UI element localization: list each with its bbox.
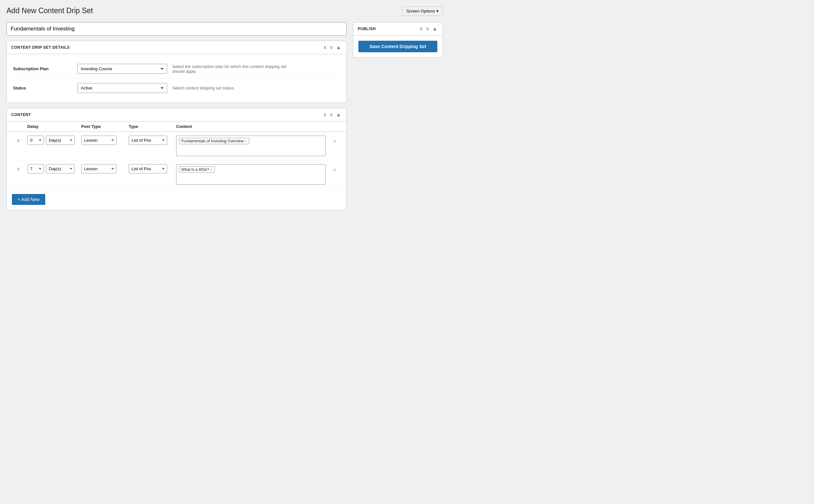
post-type-select-row1[interactable]: Lesson Module Course <box>81 136 116 145</box>
add-new-label: + Add New <box>18 197 39 202</box>
content-metabox-title: CONTENT <box>11 113 31 117</box>
content-tags-box-row1[interactable]: Fundamentals of Investing Overview × <box>176 136 326 156</box>
details-metabox-body: Subscription Plan Investing Course Basic… <box>7 54 346 103</box>
tag-remove-button-row1[interactable]: × <box>245 139 247 143</box>
content-metabox-controls: ∧ ∨ ▲ <box>323 112 342 118</box>
delay-group-row2: 0 1 2 3 7 14 30 Day(s) Week(s) Month(s) <box>27 164 79 173</box>
delay-group-row1: 0 1 2 3 7 14 30 Day(s) Week(s) Month(s) <box>27 136 79 145</box>
details-metabox-header: CONTENT DRIP SET DETAILS ∧ ∨ ▲ <box>7 41 346 54</box>
publish-body: Save Content Dripping Set <box>353 36 442 57</box>
post-type-select-row2[interactable]: Lesson Module Course <box>81 164 116 173</box>
content-collapse-toggle-button[interactable]: ▲ <box>335 112 342 118</box>
col-type-header: Type <box>129 124 173 129</box>
sidebar: PUBLISH ∧ ∨ ▲ Save Content Dripping Set <box>353 22 443 58</box>
delay-unit-select-row2[interactable]: Day(s) Week(s) Month(s) <box>46 164 75 173</box>
page-title: Add New Content Drip Set <box>6 6 93 15</box>
chevron-down-icon: ▾ <box>436 9 439 13</box>
subscription-plan-select[interactable]: Investing Course Basic Plan Premium Plan <box>77 64 167 74</box>
status-row: Status Active Inactive Draft Select cont… <box>13 79 340 97</box>
subscription-plan-row: Subscription Plan Investing Course Basic… <box>13 59 340 79</box>
type-select-row1[interactable]: List of Pos All Posts Category <box>129 136 167 145</box>
details-metabox: CONTENT DRIP SET DETAILS ∧ ∨ ▲ Subscript… <box>6 41 347 103</box>
tag-label-row2: What Is a 401k? <box>181 167 209 172</box>
drag-icon: ≡ <box>17 138 20 143</box>
save-content-dripping-set-button[interactable]: Save Content Dripping Set <box>358 41 437 52</box>
content-collapse-up-button[interactable]: ∧ <box>323 112 328 118</box>
delay-unit-select-row1[interactable]: Day(s) Week(s) Month(s) <box>46 136 75 145</box>
drag-handle-row2[interactable]: ≡ <box>12 164 25 172</box>
content-tags-box-row2[interactable]: What Is a 401k? × <box>176 164 326 185</box>
details-metabox-title: CONTENT DRIP SET DETAILS <box>11 45 70 50</box>
tag-remove-button-row2[interactable]: × <box>211 168 213 172</box>
details-collapse-down-button[interactable]: ∨ <box>329 44 334 51</box>
status-label: Status <box>13 86 77 90</box>
content-table-header: Delay Post Type Type Content <box>7 122 346 132</box>
add-new-container: + Add New <box>7 189 346 210</box>
subscription-plan-label: Subscription Plan <box>13 66 77 71</box>
publish-box: PUBLISH ∧ ∨ ▲ Save Content Dripping Set <box>353 22 443 58</box>
title-input[interactable] <box>6 22 347 36</box>
details-collapse-toggle-button[interactable]: ▲ <box>335 44 342 51</box>
col-post-type-header: Post Type <box>81 124 126 129</box>
content-metabox-header: CONTENT ∧ ∨ ▲ <box>7 108 346 122</box>
table-row: ≡ 0 1 2 3 7 14 30 Day(s) <box>7 132 346 160</box>
publish-collapse-up-button[interactable]: ∧ <box>419 26 424 32</box>
delay-num-select-row1[interactable]: 0 1 2 3 7 14 30 <box>27 136 44 145</box>
content-collapse-down-button[interactable]: ∨ <box>329 112 334 118</box>
details-metabox-controls: ∧ ∨ ▲ <box>323 44 342 51</box>
content-metabox: CONTENT ∧ ∨ ▲ Delay Post Type Type Conte… <box>6 108 347 210</box>
type-cell-row2: List of Pos All Posts Category <box>129 164 173 173</box>
subscription-plan-hint: Select the subscription plan for which t… <box>172 64 288 74</box>
status-hint: Select content dripping set status. <box>172 86 235 90</box>
screen-options-button[interactable]: Screen Options ▾ <box>402 6 443 16</box>
row-delete-button-row2[interactable]: × <box>328 164 341 173</box>
drag-handle-row1[interactable]: ≡ <box>12 136 25 143</box>
post-type-cell-row2: Lesson Module Course <box>81 164 126 173</box>
delay-num-select-row2[interactable]: 0 1 2 3 7 14 30 <box>27 164 44 173</box>
status-select[interactable]: Active Inactive Draft <box>77 83 167 93</box>
status-field: Active Inactive Draft Select content dri… <box>77 83 340 93</box>
drag-icon: ≡ <box>17 167 20 172</box>
details-collapse-up-button[interactable]: ∧ <box>323 44 328 51</box>
publish-header: PUBLISH ∧ ∨ ▲ <box>353 22 442 36</box>
col-content-header: Content <box>176 124 326 129</box>
type-select-row2[interactable]: List of Pos All Posts Category <box>129 164 167 173</box>
col-drag-spacer <box>12 124 25 129</box>
col-delay-header: Delay <box>27 124 79 129</box>
table-row: ≡ 0 1 2 3 7 14 30 Day(s) <box>7 160 346 189</box>
post-type-cell-row1: Lesson Module Course <box>81 136 126 145</box>
tag-label-row1: Fundamentals of Investing Overview <box>181 139 244 143</box>
subscription-plan-field: Investing Course Basic Plan Premium Plan… <box>77 64 340 74</box>
publish-collapse-toggle-button[interactable]: ▲ <box>432 26 438 32</box>
list-item: What Is a 401k? × <box>179 166 215 173</box>
type-cell-row1: List of Pos All Posts Category <box>129 136 173 145</box>
add-new-button[interactable]: + Add New <box>12 194 45 205</box>
row-delete-button-row1[interactable]: × <box>328 136 341 145</box>
publish-collapse-down-button[interactable]: ∨ <box>425 26 430 32</box>
list-item: Fundamentals of Investing Overview × <box>179 138 249 144</box>
publish-controls: ∧ ∨ ▲ <box>419 26 438 32</box>
col-delete-spacer <box>328 124 341 129</box>
publish-title: PUBLISH <box>358 27 376 31</box>
